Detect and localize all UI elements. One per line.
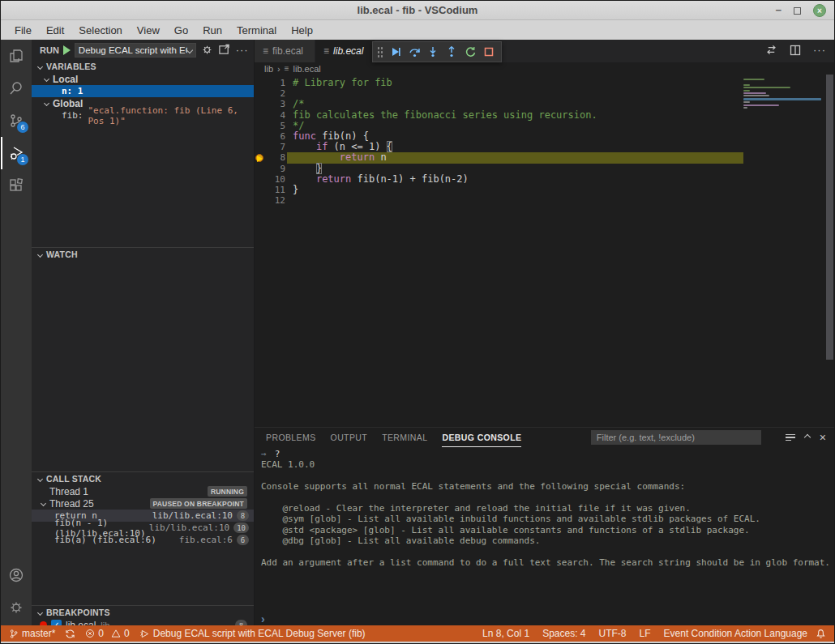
console-input-line[interactable]: › (255, 612, 834, 625)
restore-icon[interactable] (794, 7, 801, 15)
menu-selection[interactable]: Selection (71, 22, 129, 39)
account-icon[interactable] (1, 559, 32, 591)
tab-terminal[interactable]: TERMINAL (382, 428, 427, 447)
tab-problems[interactable]: PROBLEMS (266, 428, 316, 447)
vscodium-window: lib.ecal - fib - VSCodium − × File Edit … (0, 0, 835, 644)
open-changes-icon[interactable] (765, 44, 777, 56)
file-icon: ≡ (323, 45, 329, 57)
debug-session-status[interactable]: Debug ECAL script with ECAL Debug Server… (139, 628, 366, 639)
line-badge: 6 (237, 535, 249, 545)
menu-go[interactable]: Go (167, 22, 195, 39)
minimize-icon[interactable]: − (775, 6, 781, 15)
step-into-icon[interactable] (425, 44, 441, 60)
watch-header[interactable]: WATCH (32, 248, 254, 261)
menu-file[interactable]: File (7, 22, 39, 39)
search-icon[interactable] (1, 72, 32, 104)
step-out-icon[interactable] (443, 44, 460, 60)
arrow-right-icon: → (261, 449, 267, 459)
editor-scrollbar[interactable] (826, 75, 833, 360)
chevron-down-icon (41, 501, 46, 506)
debug-toolbar (372, 41, 502, 62)
problems-status[interactable]: 0 0 (85, 628, 129, 639)
window-controls: − × (775, 1, 826, 20)
source-control-icon[interactable]: 6 (1, 104, 32, 137)
indentation-status[interactable]: Spaces: 4 (542, 628, 585, 639)
line-number-gutter[interactable]: 1 2 3 4 5 6 7 8 9 10 11 12 (268, 78, 285, 206)
code-editor[interactable]: 1 2 3 4 5 6 7 8 9 10 11 12 # Library for… (255, 75, 834, 427)
run-debug-icon[interactable]: 1 (1, 137, 32, 169)
thread-row-1[interactable]: Thread 1 RUNNING (32, 485, 254, 497)
variable-row-n[interactable]: n: 1 (32, 85, 254, 97)
tab-lib-ecal[interactable]: ≡ lib.ecal (315, 40, 375, 62)
console-filter-input[interactable] (591, 430, 761, 445)
eol-status[interactable]: LF (640, 628, 651, 639)
chevron-right-icon: › (261, 614, 265, 624)
start-debug-icon[interactable] (63, 45, 71, 55)
sync-status[interactable] (65, 629, 75, 639)
code-lines: # Library for fib /* fib calculates the … (293, 78, 737, 206)
cursor-position-status[interactable]: Ln 8, Col 1 (482, 628, 529, 639)
branch-status[interactable]: master* (9, 628, 55, 639)
drag-grip-icon[interactable] (377, 46, 383, 58)
thread-state-badge: RUNNING (208, 486, 247, 497)
breakpoint-line-badge: 8 (235, 620, 247, 625)
explorer-icon[interactable] (1, 40, 32, 72)
breakpoints-header[interactable]: BREAKPOINTS (32, 606, 254, 619)
menu-run[interactable]: Run (195, 22, 229, 39)
stop-icon[interactable] (481, 44, 497, 60)
window-bottom-edge (1, 642, 834, 643)
continue-icon[interactable] (388, 44, 404, 60)
debug-run-bar: RUN Debug ECAL script with ECAL D (32, 40, 254, 60)
menu-terminal[interactable]: Terminal (229, 22, 284, 39)
menu-help[interactable]: Help (284, 22, 320, 39)
stack-frame-row[interactable]: fib(a) (fib.ecal:6) fib.ecal:6 6 (32, 534, 254, 546)
chevron-down-icon (37, 251, 43, 257)
bottom-panel: PROBLEMS OUTPUT TERMINAL DEBUG CONSOLE ×… (255, 427, 834, 625)
run-label: RUN (40, 45, 59, 55)
tab-output[interactable]: OUTPUT (331, 428, 368, 447)
tab-debug-console[interactable]: DEBUG CONSOLE (442, 428, 521, 447)
variables-header[interactable]: VARIABLES (32, 60, 254, 73)
variables-scope-local[interactable]: Local (32, 73, 254, 85)
close-icon[interactable]: × (813, 4, 826, 17)
encoding-status[interactable]: UTF-8 (599, 628, 627, 639)
editor-group: ≡ fib.ecal ≡ lib.ecal (255, 40, 834, 625)
console-body-text: ECAL 1.0.0 Console supports all normal E… (261, 459, 834, 568)
language-mode-status[interactable]: Event Condition Action Language (664, 628, 807, 639)
breakpoint-row[interactable]: ✓ lib.ecal lib 8 (32, 619, 254, 625)
extensions-icon[interactable] (1, 169, 32, 202)
breakpoint-current-line-icon[interactable] (255, 152, 265, 163)
chevron-down-icon (44, 100, 49, 106)
thread-row-25[interactable]: Thread 25 PAUSED ON BREAKPOINT (32, 497, 254, 510)
run-debug-badge: 1 (17, 154, 28, 165)
restart-icon[interactable] (462, 44, 478, 60)
menu-bar: File Edit Selection View Go Run Terminal… (1, 20, 834, 40)
notifications-bell-icon[interactable] (816, 629, 826, 639)
chevron-down-icon (37, 609, 43, 615)
breakpoint-checkbox[interactable]: ✓ (51, 620, 62, 625)
menu-edit[interactable]: Edit (39, 22, 71, 39)
menu-view[interactable]: View (130, 22, 167, 39)
more-actions-icon[interactable]: ··· (235, 47, 249, 53)
breadcrumb-separator: › (277, 64, 280, 74)
debug-settings-gear-icon[interactable] (200, 44, 214, 56)
breadcrumb[interactable]: lib › ≡ lib.ecal (255, 62, 834, 75)
filter-icon[interactable] (786, 434, 795, 441)
debug-sidebar: RUN Debug ECAL script with ECAL D (32, 40, 255, 625)
variable-row-fib[interactable]: fib: "ecal.function: fib (Line 6, Pos 1)… (32, 109, 254, 122)
split-editor-icon[interactable] (790, 45, 801, 56)
maximize-panel-icon[interactable] (804, 434, 811, 441)
minimap[interactable] (743, 79, 821, 109)
step-over-icon[interactable] (406, 44, 422, 60)
line-badge: 8 (237, 510, 249, 521)
call-stack-header[interactable]: CALL STACK (32, 472, 254, 485)
debug-console-open-icon[interactable] (218, 44, 232, 56)
tab-fib-ecal[interactable]: ≡ fib.ecal (255, 40, 315, 62)
more-actions-icon[interactable]: ··· (813, 47, 826, 53)
close-panel-icon[interactable]: × (820, 433, 826, 441)
debug-config-dropdown[interactable]: Debug ECAL script with ECAL D (75, 43, 196, 58)
settings-gear-icon[interactable] (1, 591, 32, 624)
title-bar: lib.ecal - fib - VSCodium − × (1, 1, 834, 20)
panel-tab-bar: PROBLEMS OUTPUT TERMINAL DEBUG CONSOLE × (255, 428, 834, 447)
stack-frame-row[interactable]: fib(n - 1) (lib/lib.ecal:10) lib/lib.eca… (32, 522, 254, 534)
